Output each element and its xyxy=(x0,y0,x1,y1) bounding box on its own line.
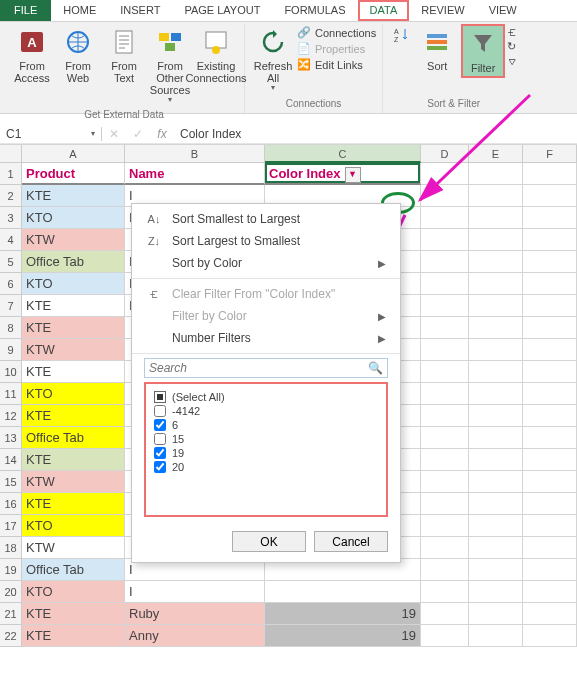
formula-input[interactable]: Color Index xyxy=(174,127,577,141)
tab-pagelayout[interactable]: PAGE LAYOUT xyxy=(172,0,272,21)
cell[interactable] xyxy=(265,581,421,603)
row-header[interactable]: 22 xyxy=(0,625,22,647)
cancel-formula-button[interactable]: ✕ xyxy=(102,127,126,141)
cell[interactable]: KTO xyxy=(22,515,125,537)
cell[interactable] xyxy=(523,383,577,405)
row-header[interactable]: 19 xyxy=(0,559,22,581)
refresh-all-button[interactable]: Refresh All▾ xyxy=(251,24,295,95)
cell[interactable] xyxy=(523,603,577,625)
cell[interactable]: KTW xyxy=(22,537,125,559)
filter-dropdown-button[interactable]: ▼ xyxy=(345,167,361,183)
cell[interactable] xyxy=(469,317,523,339)
cell[interactable]: KTW xyxy=(22,471,125,493)
cell[interactable]: KTE xyxy=(22,449,125,471)
sort-button[interactable]: Sort xyxy=(415,24,459,74)
cell[interactable] xyxy=(523,405,577,427)
cell[interactable]: KTO xyxy=(22,383,125,405)
cell[interactable] xyxy=(523,273,577,295)
checkbox[interactable] xyxy=(154,405,166,417)
cell[interactable]: KTE xyxy=(22,317,125,339)
cell[interactable] xyxy=(421,185,469,207)
filter-button[interactable]: Filter xyxy=(461,24,505,78)
cell[interactable] xyxy=(421,339,469,361)
sort-by-color-item[interactable]: Sort by Color▶ xyxy=(132,252,400,274)
row-header[interactable]: 3 xyxy=(0,207,22,229)
cell[interactable]: Office Tab xyxy=(22,427,125,449)
cell[interactable] xyxy=(421,383,469,405)
col-header-d[interactable]: D xyxy=(421,145,469,163)
enter-formula-button[interactable]: ✓ xyxy=(126,127,150,141)
cell[interactable] xyxy=(523,471,577,493)
cell[interactable] xyxy=(469,273,523,295)
edit-links-button[interactable]: 🔀Edit Links xyxy=(297,58,376,72)
cell[interactable] xyxy=(469,493,523,515)
reapply-button[interactable]: ↻ xyxy=(507,40,518,53)
cell[interactable]: Anny xyxy=(125,625,265,647)
properties-button[interactable]: 📄Properties xyxy=(297,42,376,56)
tab-file[interactable]: FILE xyxy=(0,0,51,21)
cell[interactable] xyxy=(469,471,523,493)
cell[interactable] xyxy=(469,339,523,361)
cell[interactable] xyxy=(523,427,577,449)
cell[interactable]: KTE xyxy=(22,603,125,625)
cell[interactable] xyxy=(421,163,469,185)
cell[interactable] xyxy=(523,361,577,383)
cell[interactable] xyxy=(469,559,523,581)
row-header[interactable]: 11 xyxy=(0,383,22,405)
existing-connections-button[interactable]: Existing Connections xyxy=(194,24,238,86)
cell[interactable] xyxy=(523,559,577,581)
row-header[interactable]: 14 xyxy=(0,449,22,471)
cell[interactable] xyxy=(421,625,469,647)
cell[interactable] xyxy=(523,229,577,251)
name-box[interactable]: C1▾ xyxy=(0,127,102,141)
checkbox[interactable] xyxy=(154,419,166,431)
cell[interactable] xyxy=(469,625,523,647)
sort-desc-item[interactable]: Z↓Sort Largest to Smallest xyxy=(132,230,400,252)
filter-check-item[interactable]: 15 xyxy=(154,432,378,446)
cell[interactable] xyxy=(523,207,577,229)
cell[interactable] xyxy=(421,427,469,449)
cell[interactable] xyxy=(421,405,469,427)
cell[interactable]: KTW xyxy=(22,339,125,361)
row-header[interactable]: 20 xyxy=(0,581,22,603)
row-header[interactable]: 2 xyxy=(0,185,22,207)
filter-search-box[interactable]: 🔍 xyxy=(144,358,388,378)
checkbox[interactable] xyxy=(154,433,166,445)
cell[interactable]: KTW xyxy=(22,229,125,251)
row-header[interactable]: 10 xyxy=(0,361,22,383)
from-access-button[interactable]: AFrom Access xyxy=(10,24,54,86)
cell[interactable] xyxy=(523,295,577,317)
cell[interactable]: KTE xyxy=(22,405,125,427)
row-header[interactable]: 5 xyxy=(0,251,22,273)
from-text-button[interactable]: From Text xyxy=(102,24,146,86)
cell[interactable] xyxy=(421,471,469,493)
cell[interactable] xyxy=(523,449,577,471)
filter-check-item[interactable]: -4142 xyxy=(154,404,378,418)
cell[interactable] xyxy=(469,515,523,537)
col-header-c[interactable]: C xyxy=(265,145,421,163)
cell[interactable] xyxy=(421,317,469,339)
cell[interactable] xyxy=(421,207,469,229)
number-filters-item[interactable]: Number Filters▶ xyxy=(132,327,400,349)
row-header[interactable]: 8 xyxy=(0,317,22,339)
filter-check-item[interactable]: 6 xyxy=(154,418,378,432)
row-header[interactable]: 6 xyxy=(0,273,22,295)
cell[interactable] xyxy=(469,207,523,229)
cell[interactable] xyxy=(469,383,523,405)
cell[interactable] xyxy=(523,163,577,185)
cell[interactable]: KTE xyxy=(22,185,125,207)
advanced-button[interactable]: 🜄 xyxy=(507,55,518,67)
row-header[interactable]: 1 xyxy=(0,163,22,185)
cell[interactable] xyxy=(523,185,577,207)
ok-button[interactable]: OK xyxy=(232,531,306,552)
clear-filter-button[interactable]: 🝗 xyxy=(507,26,518,38)
cell[interactable] xyxy=(421,251,469,273)
cell[interactable] xyxy=(469,251,523,273)
cell[interactable] xyxy=(523,317,577,339)
cell[interactable] xyxy=(421,537,469,559)
cell[interactable] xyxy=(523,515,577,537)
cell[interactable] xyxy=(421,581,469,603)
cell[interactable] xyxy=(469,427,523,449)
tab-data[interactable]: DATA xyxy=(358,0,410,21)
row-header[interactable]: 4 xyxy=(0,229,22,251)
